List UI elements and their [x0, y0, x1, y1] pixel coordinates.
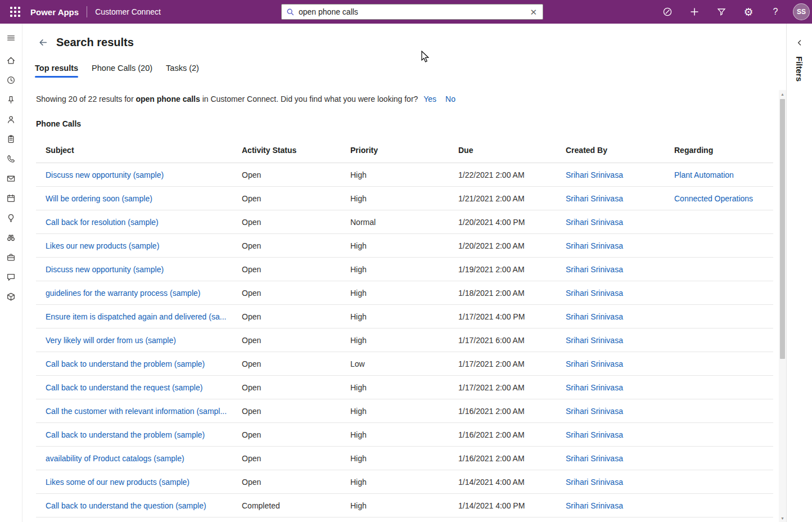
col-header-priority: Priority — [350, 146, 458, 155]
cell-priority: High — [350, 501, 458, 510]
created-by-link[interactable]: Srihari Srinivasa — [566, 478, 623, 487]
created-by-link[interactable]: Srihari Srinivasa — [566, 218, 623, 227]
filters-panel-collapsed: Filters — [786, 24, 812, 522]
search-topics-icon[interactable] — [0, 228, 22, 248]
email-icon[interactable] — [0, 169, 22, 188]
user-avatar[interactable]: SS — [793, 3, 810, 20]
subject-link[interactable]: Likes some of our new products (sample) — [46, 478, 190, 487]
services-icon[interactable] — [0, 248, 22, 267]
app-title[interactable]: Customer Connect — [95, 7, 161, 16]
subject-link[interactable]: Ensure item is dispatched again and deli… — [46, 312, 226, 321]
created-by-link[interactable]: Srihari Srinivasa — [566, 407, 623, 416]
tab-tasks[interactable]: Tasks (2) — [166, 64, 199, 78]
scroll-up-icon[interactable]: ▲ — [779, 90, 786, 98]
cell-priority: High — [350, 289, 458, 298]
created-by-link[interactable]: Srihari Srinivasa — [566, 289, 623, 298]
cell-created-by: Srihari Srinivasa — [566, 289, 674, 298]
subject-link[interactable]: availability of Product catalogs (sample… — [46, 454, 184, 463]
tab-top-results[interactable]: Top results — [35, 64, 78, 78]
subject-link[interactable]: Likes our new products (sample) — [46, 241, 159, 250]
table-body: Discuss new opportunity (sample) Open Hi… — [36, 163, 773, 518]
filters-label[interactable]: Filters — [795, 56, 804, 82]
expand-filters-chevron-icon[interactable] — [793, 36, 806, 50]
phone-calls-icon[interactable] — [0, 149, 22, 169]
col-header-regarding: Regarding — [674, 146, 773, 155]
feedback-no-link[interactable]: No — [445, 94, 455, 104]
new-record-plus-icon[interactable] — [685, 2, 704, 21]
back-arrow-icon[interactable] — [37, 37, 48, 48]
compass-icon[interactable] — [658, 2, 677, 21]
app-launcher-icon[interactable] — [6, 2, 25, 21]
search-input[interactable] — [299, 7, 529, 16]
app-name[interactable]: Power Apps — [30, 7, 79, 17]
cell-due: 1/20/2021 2:00 AM — [458, 241, 566, 250]
table-row: Call back to understand the problem (sam… — [36, 423, 773, 447]
contacts-icon[interactable] — [0, 110, 22, 129]
subject-link[interactable]: Call back to understand the question (sa… — [46, 501, 206, 510]
cell-subject: guidelines for the warranty process (sam… — [46, 289, 242, 298]
cell-regarding: Plant Automation — [674, 170, 773, 179]
created-by-link[interactable]: Srihari Srinivasa — [566, 501, 623, 510]
regarding-link[interactable]: Connected Operations — [674, 194, 753, 203]
created-by-link[interactable]: Srihari Srinivasa — [566, 241, 623, 250]
calendar-icon[interactable] — [0, 188, 22, 208]
subject-link[interactable]: Call back to understand the problem (sam… — [46, 359, 205, 368]
scrollbar-thumb[interactable] — [780, 99, 785, 359]
created-by-link[interactable]: Srihari Srinivasa — [566, 430, 623, 439]
table-row: Discuss new opportunity (sample) Open Hi… — [36, 163, 773, 187]
created-by-link[interactable]: Srihari Srinivasa — [566, 359, 623, 368]
created-by-link[interactable]: Srihari Srinivasa — [566, 312, 623, 321]
tasks-icon[interactable] — [0, 129, 22, 149]
subject-link[interactable]: Call back to understand the request (sam… — [46, 383, 202, 392]
subject-link[interactable]: guidelines for the warranty process (sam… — [46, 289, 200, 298]
created-by-link[interactable]: Srihari Srinivasa — [566, 336, 623, 345]
cell-activity-status: Open — [242, 170, 350, 179]
regarding-link[interactable]: Plant Automation — [674, 170, 734, 179]
table-row: Likes some of our new products (sample) … — [36, 470, 773, 494]
cell-due: 1/14/2021 4:00 AM — [458, 478, 566, 487]
subject-link[interactable]: Call back for resolution (sample) — [46, 218, 159, 227]
col-header-subject: Subject — [46, 146, 242, 155]
table-header-row: Subject Activity Status Priority Due Cre… — [36, 137, 773, 163]
pinned-icon[interactable] — [0, 90, 22, 110]
feedback-icon[interactable] — [0, 267, 22, 287]
table-row: Will be ordering soon (sample) Open High… — [36, 187, 773, 210]
cell-subject: Will be ordering soon (sample) — [46, 194, 242, 203]
products-icon[interactable] — [0, 287, 22, 307]
subject-link[interactable]: Will be ordering soon (sample) — [46, 194, 152, 203]
subject-link[interactable]: Discuss new opportunity (sample) — [46, 265, 164, 274]
settings-gear-icon[interactable]: ⚙ — [739, 2, 758, 21]
insights-icon[interactable] — [0, 208, 22, 228]
cell-due: 1/20/2021 4:00 PM — [458, 218, 566, 227]
created-by-link[interactable]: Srihari Srinivasa — [566, 194, 623, 203]
top-bar: Power Apps Customer Connect ✕ ⚙ ? SS — [0, 0, 812, 24]
cell-created-by: Srihari Srinivasa — [566, 359, 674, 368]
menu-icon[interactable] — [0, 27, 22, 48]
recent-icon[interactable] — [0, 70, 22, 90]
cell-priority: High — [350, 478, 458, 487]
subject-link[interactable]: Call the customer with relevant informat… — [46, 407, 227, 416]
created-by-link[interactable]: Srihari Srinivasa — [566, 170, 623, 179]
created-by-link[interactable]: Srihari Srinivasa — [566, 265, 623, 274]
scroll-down-icon[interactable]: ▼ — [779, 514, 786, 522]
clear-search-icon[interactable]: ✕ — [529, 7, 538, 17]
subject-link[interactable]: Call back to understand the problem (sam… — [46, 430, 205, 439]
global-search[interactable]: ✕ — [281, 4, 543, 20]
created-by-link[interactable]: Srihari Srinivasa — [566, 383, 623, 392]
cell-due: 1/16/2021 2:00 AM — [458, 454, 566, 463]
filter-funnel-icon[interactable] — [712, 2, 731, 21]
help-icon[interactable]: ? — [766, 2, 785, 21]
cell-priority: High — [350, 430, 458, 439]
cell-created-by: Srihari Srinivasa — [566, 407, 674, 416]
vertical-scrollbar[interactable]: ▲ ▼ — [779, 90, 786, 522]
cell-priority: Normal — [350, 218, 458, 227]
tab-phone-calls[interactable]: Phone Calls (20) — [92, 64, 152, 78]
created-by-link[interactable]: Srihari Srinivasa — [566, 454, 623, 463]
subject-link[interactable]: Very likely will order from us (sample) — [46, 336, 176, 345]
cell-due: 1/17/2021 4:00 PM — [458, 312, 566, 321]
cell-activity-status: Open — [242, 383, 350, 392]
cell-subject: Likes some of our new products (sample) — [46, 478, 242, 487]
home-icon[interactable] — [0, 51, 22, 70]
feedback-yes-link[interactable]: Yes — [423, 94, 436, 104]
subject-link[interactable]: Discuss new opportunity (sample) — [46, 170, 164, 179]
